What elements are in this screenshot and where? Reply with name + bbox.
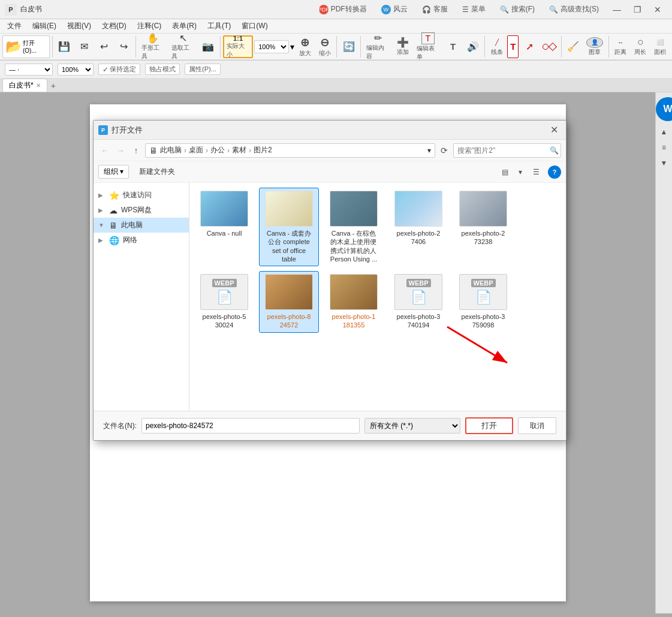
breadcrumb-office: 办公 (210, 145, 225, 155)
sidebar-wps-disk[interactable]: ▶ ☁ WPS网盘 (94, 203, 189, 218)
file-name-pexels-27406: pexels-photo-27406 (397, 229, 441, 246)
dialog-overlay: P 打开文件 ✕ ← → ↑ 🖥 此电脑 › 桌面 › 办公 › 素材 › 图片… (0, 0, 672, 617)
breadcrumb-material: 素材 (232, 145, 246, 155)
webp-doc-icon-3: 📄 (475, 290, 492, 305)
help-btn[interactable]: ? (548, 165, 561, 179)
file-item-pexels-3759098[interactable]: WEBP 📄 pexels-photo-3759098 (453, 271, 513, 333)
sidebar-this-pc[interactable]: ▼ 🖥 此电脑 (94, 218, 189, 233)
breadcrumb-sep-1: › (184, 146, 186, 155)
cancel-btn[interactable]: 取消 (518, 417, 556, 434)
file-thumb-pexels-530024: WEBP 📄 (200, 274, 248, 310)
breadcrumb-dropdown-icon: ▾ (427, 146, 431, 155)
new-folder-btn[interactable]: 新建文件夹 (134, 165, 180, 179)
sidebar-quick-access[interactable]: ▶ ⭐ 快速访问 (94, 188, 189, 203)
breadcrumb[interactable]: 🖥 此电脑 › 桌面 › 办公 › 素材 › 图片2 ▾ (145, 143, 435, 158)
view-dropdown-btn[interactable]: ▾ (513, 165, 528, 179)
nav-back-btn[interactable]: ← (98, 144, 112, 157)
webp-label-3: WEBP (471, 279, 496, 287)
filename-label: 文件名(N): (103, 421, 137, 431)
search-icon[interactable]: 🔍 (550, 146, 559, 155)
file-thumb-pexels-273238 (459, 191, 507, 227)
breadcrumb-sep-2: › (206, 146, 208, 155)
nav-up-btn[interactable]: ↑ (129, 144, 143, 157)
file-item-pexels-1181355[interactable]: pexels-photo-1181355 (324, 271, 384, 333)
breadcrumb-sep-3: › (227, 146, 230, 155)
file-name-pexels-530024: pexels-photo-530024 (203, 312, 246, 330)
breadcrumb-pc: 此电脑 (160, 145, 182, 155)
dialog-title: 打开文件 (112, 125, 547, 136)
expand-icon-2: ▶ (98, 207, 106, 213)
file-thumb-pexels-824572 (265, 274, 313, 310)
file-name-pexels-273238: pexels-photo-273238 (462, 229, 505, 246)
search-box: 🔍 (453, 143, 561, 158)
file-item-canva-null[interactable]: Canva - null (194, 188, 254, 266)
dialog-toolbar: 组织 ▾ 新建文件夹 ▤ ▾ ☰ ? (94, 161, 566, 183)
file-thumb-pexels-1181355 (330, 274, 378, 310)
file-item-pexels-27406[interactable]: pexels-photo-27406 (388, 188, 448, 266)
file-item-canva-office[interactable]: Canva - 成套办公台 completeset of officetable (259, 188, 319, 266)
breadcrumb-desktop: 桌面 (189, 145, 203, 155)
organize-label: 组织 ▾ (104, 167, 123, 177)
file-item-pexels-3740194[interactable]: WEBP 📄 pexels-photo-3740194 (388, 271, 448, 333)
file-name-pexels-824572: pexels-photo-824572 (267, 312, 311, 330)
computer-icon: 🖥 (149, 146, 158, 155)
nav-forward-btn[interactable]: → (114, 144, 127, 157)
open-file-dialog: P 打开文件 ✕ ← → ↑ 🖥 此电脑 › 桌面 › 办公 › 素材 › 图片… (93, 120, 566, 441)
dialog-titlebar: P 打开文件 ✕ (94, 121, 566, 140)
expand-icon-1: ▶ (98, 192, 106, 198)
dialog-nav: ← → ↑ 🖥 此电脑 › 桌面 › 办公 › 素材 › 图片2 ▾ ⟳ 🔍 (94, 140, 566, 161)
star-icon: ⭐ (109, 191, 119, 200)
webp-doc-icon-1: 📄 (216, 290, 233, 305)
organize-btn[interactable]: 组织 ▾ (98, 165, 129, 179)
file-thumb-pexels-3740194: WEBP 📄 (394, 274, 442, 310)
file-name-pexels-3740194: pexels-photo-3740194 (397, 312, 441, 330)
this-pc-label: 此电脑 (121, 220, 143, 230)
file-item-pexels-530024[interactable]: WEBP 📄 pexels-photo-530024 (194, 271, 254, 333)
file-name-canva-null: Canva - null (207, 229, 242, 237)
filetype-select[interactable]: 所有文件 (*.*) (364, 418, 460, 434)
view-list-btn[interactable]: ☰ (529, 165, 543, 179)
refresh-btn[interactable]: ⟳ (438, 144, 451, 157)
view-toggle-btn[interactable]: ▤ (498, 165, 512, 179)
quick-access-label: 快速访问 (123, 190, 152, 200)
cloud-icon: ☁ (109, 206, 117, 215)
expand-icon-4: ▶ (98, 237, 106, 243)
file-name-canva-office: Canva - 成套办公台 completeset of officetable (267, 229, 312, 263)
file-name-pexels-1181355: pexels-photo-1181355 (332, 312, 376, 330)
webp-label-2: WEBP (406, 279, 431, 287)
file-item-canva-person[interactable]: Canva - 在棕色的木桌上使用便携式计算机的人Person Using ..… (324, 188, 384, 266)
file-thumb-canva-person (330, 191, 378, 227)
network-icon: 🌐 (109, 236, 119, 245)
file-thumb-pexels-3759098: WEBP 📄 (459, 274, 507, 310)
file-name-pexels-3759098: pexels-photo-3759098 (462, 312, 505, 330)
breadcrumb-sep-4: › (249, 146, 251, 155)
expand-icon-3: ▼ (98, 222, 106, 228)
filename-input[interactable] (141, 418, 360, 434)
search-input[interactable] (457, 146, 547, 155)
dialog-files: Canva - null Canva - 成套办公台 completeset o… (189, 183, 566, 411)
file-item-pexels-273238[interactable]: pexels-photo-273238 (453, 188, 513, 266)
sidebar-network[interactable]: ▶ 🌐 网络 (94, 233, 189, 248)
dialog-body: ▶ ⭐ 快速访问 ▶ ☁ WPS网盘 ▼ 🖥 此电脑 ▶ 🌐 网络 (94, 183, 566, 411)
webp-label-1: WEBP (212, 279, 237, 287)
webp-doc-icon-2: 📄 (411, 290, 427, 305)
dialog-sidebar: ▶ ⭐ 快速访问 ▶ ☁ WPS网盘 ▼ 🖥 此电脑 ▶ 🌐 网络 (94, 183, 189, 411)
dialog-logo: P (98, 125, 108, 135)
wps-disk-label: WPS网盘 (121, 205, 152, 215)
file-thumb-pexels-27406 (394, 191, 442, 227)
file-name-canva-person: Canva - 在棕色的木桌上使用便携式计算机的人Person Using ..… (330, 229, 377, 263)
dialog-close-btn[interactable]: ✕ (547, 123, 561, 137)
dialog-footer: 文件名(N): 所有文件 (*.*) 打开 取消 (94, 411, 566, 440)
view-btns: ▤ ▾ ☰ (498, 165, 543, 179)
file-thumb-canva-office (265, 191, 313, 227)
network-label: 网络 (123, 235, 137, 245)
file-thumb-canva-null (200, 191, 248, 227)
computer-icon-2: 🖥 (109, 221, 117, 230)
breadcrumb-current: 图片2 (254, 145, 272, 155)
file-item-pexels-824572[interactable]: pexels-photo-824572 (259, 271, 319, 333)
open-file-btn[interactable]: 打开 (465, 417, 513, 434)
